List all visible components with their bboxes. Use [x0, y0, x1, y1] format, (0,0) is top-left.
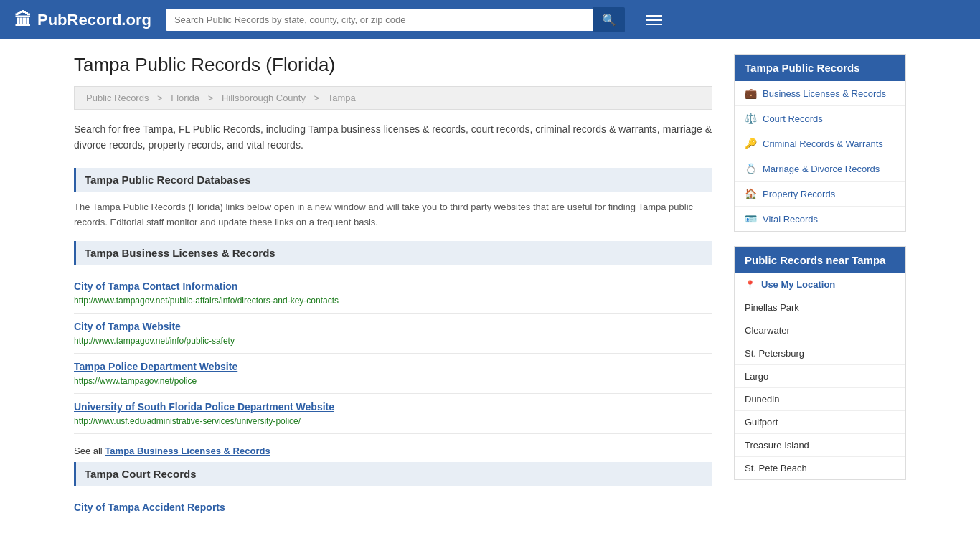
logo-text: PubRecord.org: [37, 11, 151, 29]
sidebar-item-vital[interactable]: 🪪 Vital Records: [735, 207, 905, 231]
home-icon: 🏠: [745, 188, 757, 199]
business-url-3: https://www.tampagov.net/police: [74, 376, 197, 386]
business-link-2[interactable]: City of Tampa Website: [74, 321, 712, 332]
nearby-pinellas-park-label: Pinellas Park: [745, 302, 799, 313]
breadcrumb-sep-3: >: [314, 93, 322, 103]
sidebar-item-criminal-label: Criminal Records & Warrants: [763, 138, 883, 149]
breadcrumb: Public Records > Florida > Hillsborough …: [74, 86, 712, 110]
use-location-label: Use My Location: [761, 279, 835, 290]
nearby-clearwater[interactable]: Clearwater: [735, 319, 905, 342]
sidebar-records-title: Tampa Public Records: [735, 55, 905, 81]
sidebar-item-marriage-label: Marriage & Divorce Records: [763, 164, 880, 174]
business-url-1: http://www.tampagov.net/public-affairs/i…: [74, 296, 339, 306]
menu-button[interactable]: [646, 12, 662, 28]
sidebar-item-business-label: Business Licenses & Records: [763, 88, 886, 99]
business-link-4[interactable]: University of South Florida Police Depar…: [74, 401, 712, 413]
nearby-st-pete-beach-label: St. Pete Beach: [745, 463, 807, 474]
search-button[interactable]: 🔍: [593, 7, 625, 32]
sidebar-item-property-label: Property Records: [763, 189, 835, 199]
nearby-dunedin[interactable]: Dunedin: [735, 388, 905, 411]
logo[interactable]: 🏛 PubRecord.org: [14, 10, 151, 30]
breadcrumb-city: Tampa: [328, 93, 356, 103]
breadcrumb-public-records[interactable]: Public Records: [86, 93, 149, 103]
breadcrumb-county[interactable]: Hillsborough County: [222, 93, 306, 103]
page-title: Tampa Public Records (Florida): [74, 54, 712, 76]
nearby-largo[interactable]: Largo: [735, 365, 905, 388]
search-icon: 🔍: [602, 14, 616, 26]
search-input[interactable]: [166, 9, 593, 31]
location-pin-icon: 📍: [745, 280, 755, 290]
nearby-st-petersburg-label: St. Petersburg: [745, 348, 804, 359]
breadcrumb-sep-2: >: [208, 93, 216, 103]
building-icon: 🏛: [14, 10, 32, 30]
business-url-4: http://www.usf.edu/administrative-servic…: [74, 416, 301, 426]
scales-icon: ⚖️: [745, 113, 757, 124]
main-content: Tampa Public Records (Florida) Public Re…: [74, 54, 712, 522]
sidebar-nearby-title: Public Records near Tampa: [735, 247, 905, 273]
nearby-st-petersburg[interactable]: St. Petersburg: [735, 342, 905, 365]
business-link-3[interactable]: Tampa Police Department Website: [74, 361, 712, 372]
sidebar-item-vital-label: Vital Records: [763, 214, 818, 225]
court-link-1[interactable]: City of Tampa Accident Reports: [74, 501, 712, 513]
breadcrumb-florida[interactable]: Florida: [171, 93, 199, 103]
business-record-item-4: University of South Florida Police Depar…: [74, 394, 712, 434]
key-icon: 🔑: [745, 138, 757, 149]
sidebar-item-business[interactable]: 💼 Business Licenses & Records: [735, 81, 905, 106]
databases-description: The Tampa Public Records (Florida) links…: [74, 200, 712, 230]
see-all-business: See all Tampa Business Licenses & Record…: [74, 440, 712, 462]
site-header: 🏛 PubRecord.org 🔍: [0, 0, 980, 39]
page-description: Search for free Tampa, FL Public Records…: [74, 121, 712, 154]
id-card-icon: 🪪: [745, 213, 757, 225]
search-area: 🔍: [166, 7, 625, 32]
nearby-pinellas-park[interactable]: Pinellas Park: [735, 296, 905, 319]
business-link-1[interactable]: City of Tampa Contact Information: [74, 281, 712, 292]
business-record-item-1: City of Tampa Contact Information http:/…: [74, 273, 712, 314]
nearby-st-pete-beach[interactable]: St. Pete Beach: [735, 457, 905, 479]
sidebar-item-court-label: Court Records: [763, 113, 823, 124]
business-section-header: Tampa Business Licenses & Records: [74, 241, 712, 265]
sidebar-item-marriage[interactable]: 💍 Marriage & Divorce Records: [735, 156, 905, 182]
business-record-item-2: City of Tampa Website http://www.tampago…: [74, 314, 712, 354]
nearby-gulfport-label: Gulfport: [745, 417, 778, 428]
business-url-2: http://www.tampagov.net/info/public-safe…: [74, 336, 235, 346]
sidebar-nearby-box: Public Records near Tampa 📍 Use My Locat…: [734, 246, 906, 480]
business-record-item-3: Tampa Police Department Website https://…: [74, 354, 712, 394]
sidebar-item-property[interactable]: 🏠 Property Records: [735, 182, 905, 207]
rings-icon: 💍: [745, 163, 757, 174]
briefcase-icon: 💼: [745, 88, 757, 99]
nearby-dunedin-label: Dunedin: [745, 394, 779, 405]
databases-section-header: Tampa Public Record Databases: [74, 168, 712, 192]
nearby-treasure-island[interactable]: Treasure Island: [735, 434, 905, 457]
nearby-treasure-island-label: Treasure Island: [745, 440, 809, 451]
court-record-item-1: City of Tampa Accident Reports: [74, 494, 712, 522]
court-section-header: Tampa Court Records: [74, 462, 712, 486]
main-container: Tampa Public Records (Florida) Public Re…: [60, 39, 920, 537]
nearby-largo-label: Largo: [745, 371, 768, 382]
see-all-business-link[interactable]: Tampa Business Licenses & Records: [105, 446, 270, 456]
sidebar-records-box: Tampa Public Records 💼 Business Licenses…: [734, 54, 906, 232]
use-my-location[interactable]: 📍 Use My Location: [735, 273, 905, 296]
sidebar-item-court[interactable]: ⚖️ Court Records: [735, 106, 905, 131]
nearby-clearwater-label: Clearwater: [745, 325, 790, 336]
sidebar: Tampa Public Records 💼 Business Licenses…: [734, 54, 906, 522]
nearby-gulfport[interactable]: Gulfport: [735, 411, 905, 434]
breadcrumb-sep-1: >: [157, 93, 165, 103]
sidebar-item-criminal[interactable]: 🔑 Criminal Records & Warrants: [735, 131, 905, 156]
